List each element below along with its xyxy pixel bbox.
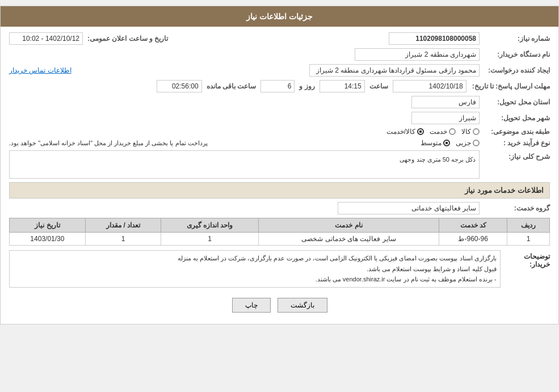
buyer-notes-content: بارگزاری اسناد بپوست بصورت امضای فیزیکی … (9, 250, 501, 288)
need-desc-label: شرح کلی نیاز: (482, 150, 550, 161)
col-code: کد خدمت (439, 218, 507, 233)
col-date: تاریخ نیاز (10, 218, 86, 233)
deadline-row: مهلت ارسال پاسخ: تا تاریخ: 1402/10/18 سا… (9, 80, 550, 92)
buyer-notes-line3: - برنده استعلام موظف به ثبت نام در سایت … (316, 276, 497, 283)
need-desc-value: دکل برجه 50 متری چند وجهی (9, 150, 480, 179)
send-deadline-label: مهلت ارسال پاسخ: تا تاریخ: (469, 82, 550, 90)
buyer-notes-row: توضیحات خریدار: بارگزاری اسناد بپوست بصو… (9, 250, 550, 288)
row-number: 1 (507, 233, 550, 246)
buyer-org-row: نام دستگاه خریدار: شهرداری منطقه 2 شیراز (9, 48, 550, 61)
category-option-khadamat[interactable]: خدمت (430, 128, 456, 136)
category-kala-khadamat-label: کالا/خدمت (386, 128, 415, 136)
category-khadamat-label: خدمت (430, 128, 447, 136)
category-option-kala-khadamat[interactable]: کالا/خدمت (386, 128, 424, 136)
deadline-days-value: 6 (260, 80, 295, 92)
col-qty: تعداد / مقدار (85, 218, 161, 233)
row-service-name: سایر فعالیت های خدماتی شخصی (258, 233, 439, 246)
category-radio-group: کالا خدمت کالا/خدمت (386, 128, 480, 136)
need-desc-row: شرح کلی نیاز: دکل برجه 50 متری چند وجهی (9, 150, 550, 179)
row-unit: 1 (161, 233, 258, 246)
buyer-notes-line1: بارگزاری اسناد بپوست بصورت امضای فیزیکی … (178, 255, 497, 262)
province-row: استان محل تحویل: فارس (9, 96, 550, 108)
category-kala-label: کالا (461, 128, 471, 136)
remaining-value: 02:56:00 (157, 80, 202, 92)
main-content: شماره نیاز: 1102098108000058 تاریخ و ساع… (1, 27, 558, 324)
page-wrapper: جزئیات اطلاعات نیاز شماره نیاز: 11020981… (0, 6, 559, 324)
buyer-notes-line2: قبول کلیه اسناد و شرایط بپوست استعلام می… (367, 265, 497, 272)
page-title: جزئیات اطلاعات نیاز (246, 12, 313, 21)
creator-row: ایجاد کننده درخواست: محمود رازقی مسئول ق… (9, 64, 550, 77)
contact-link[interactable]: اطلاعات تماس خریدار (9, 66, 72, 74)
process-option-motavaset[interactable]: متوسط (421, 139, 450, 147)
need-number-label: شماره نیاز: (482, 35, 550, 43)
creator-value: محمود رازقی مسئول قراردادها شهرداری منطق… (309, 64, 480, 77)
deadline-days-label: روز و (297, 82, 317, 90)
category-radio-kala-khadamat (417, 128, 424, 135)
deadline-time-value: 14:15 (320, 80, 365, 92)
row-quantity: 1 (85, 233, 161, 246)
province-value: فارس (411, 96, 480, 108)
print-button[interactable]: چاپ (232, 298, 271, 313)
deadline-date-value: 1402/10/18 (393, 80, 466, 92)
service-group-label: گروه خدمت: (482, 204, 550, 212)
city-value: شیراز (411, 112, 480, 124)
process-radio-jozi (473, 140, 480, 146)
category-radio-kala (473, 128, 480, 135)
col-name: نام خدمت (258, 218, 439, 233)
need-number-value: 1102098108000058 (389, 32, 480, 45)
button-row: بازگشت چاپ (9, 292, 550, 318)
process-radio-group: جزیی متوسط (421, 139, 480, 147)
table-row: 1 960-96-ط سایر فعالیت های خدماتی شخصی 1… (10, 233, 550, 246)
remaining-label: ساعت باقی مانده (204, 82, 259, 90)
process-radio-motavaset (443, 140, 450, 146)
process-motavaset-label: متوسط (421, 139, 442, 147)
services-table: ردیف کد خدمت نام خدمت واحد اندازه گیری ت… (9, 218, 550, 246)
city-label: شهر محل تحویل: (482, 114, 550, 122)
service-group-value: سایر فعالیتهای خدماتی (338, 202, 480, 214)
province-label: استان محل تحویل: (482, 98, 550, 106)
process-option-jozi[interactable]: جزیی (456, 139, 480, 147)
announce-date-label: تاریخ و ساعت اعلان عمومی: (85, 35, 170, 43)
category-option-kala[interactable]: کالا (461, 128, 480, 136)
row-date: 1403/01/30 (10, 233, 86, 246)
category-row: طبقه بندی موضوعی: کالا خدمت کالا/خدمت (9, 128, 550, 136)
need-number-row: شماره نیاز: 1102098108000058 تاریخ و ساع… (9, 32, 550, 45)
category-label: طبقه بندی موضوعی: (482, 128, 550, 136)
back-button[interactable]: بازگشت (278, 298, 327, 313)
payment-text: پرداخت تمام یا بخشی از مبلغ خریدار از مح… (9, 140, 208, 147)
col-row: ردیف (507, 218, 550, 233)
page-header: جزئیات اطلاعات نیاز (1, 6, 558, 27)
buyer-notes-label: توضیحات خریدار: (503, 250, 550, 268)
process-label: نوع فرآیند خرید : (482, 139, 550, 147)
process-jozi-label: جزیی (456, 139, 471, 147)
process-row: نوع فرآیند خرید : جزیی متوسط پرداخت تمام… (9, 139, 550, 147)
deadline-time-label: ساعت (367, 82, 390, 90)
buyer-org-label: نام دستگاه خریدار: (482, 50, 550, 58)
city-row: شهر محل تحویل: شیراز (9, 112, 550, 124)
announce-date-value: 1402/10/12 - 10:02 (9, 32, 83, 45)
col-unit: واحد اندازه گیری (161, 218, 258, 233)
category-radio-khadamat (449, 128, 456, 135)
service-group-row: گروه خدمت: سایر فعالیتهای خدماتی (9, 202, 550, 214)
services-section-title: اطلاعات خدمات مورد نیاز (9, 182, 550, 199)
creator-label: ایجاد کننده درخواست: (482, 66, 550, 74)
row-code: 960-96-ط (439, 233, 507, 246)
buyer-org-value: شهرداری منطقه 2 شیراز (355, 48, 480, 61)
